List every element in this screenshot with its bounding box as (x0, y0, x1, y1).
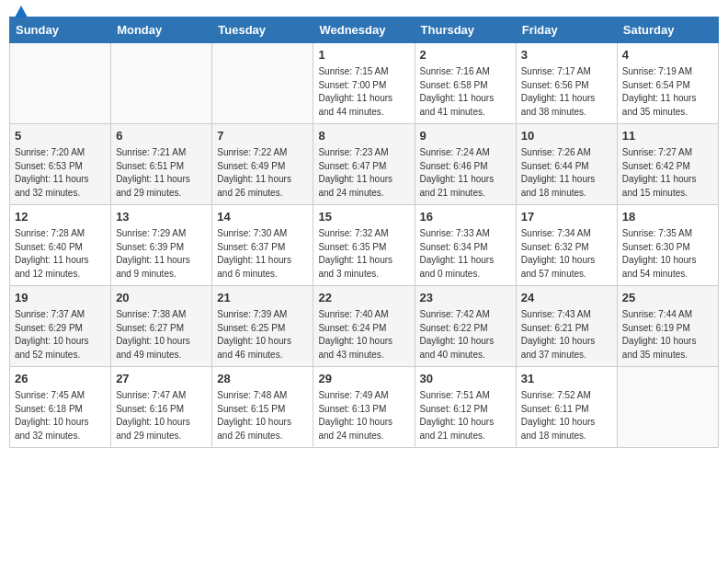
calendar-cell: 29Sunrise: 7:49 AM Sunset: 6:13 PM Dayli… (313, 367, 415, 448)
calendar-cell: 4Sunrise: 7:19 AM Sunset: 6:54 PM Daylig… (617, 43, 718, 124)
day-info: Sunrise: 7:33 AM Sunset: 6:34 PM Dayligh… (420, 227, 511, 281)
day-info: Sunrise: 7:35 AM Sunset: 6:30 PM Dayligh… (622, 227, 713, 281)
col-header-sunday: Sunday (10, 17, 111, 43)
calendar-cell: 19Sunrise: 7:37 AM Sunset: 6:29 PM Dayli… (10, 286, 111, 367)
day-number: 21 (217, 290, 308, 306)
day-number: 9 (420, 128, 511, 144)
calendar-cell: 31Sunrise: 7:52 AM Sunset: 6:11 PM Dayli… (516, 367, 617, 448)
day-number: 14 (217, 209, 308, 225)
day-info: Sunrise: 7:26 AM Sunset: 6:44 PM Dayligh… (521, 146, 612, 200)
day-number: 30 (420, 371, 511, 387)
day-number: 8 (318, 128, 409, 144)
calendar-cell (617, 367, 718, 448)
day-info: Sunrise: 7:45 AM Sunset: 6:18 PM Dayligh… (15, 389, 106, 442)
day-number: 3 (521, 47, 612, 63)
day-number: 2 (420, 47, 511, 63)
day-number: 22 (318, 290, 409, 306)
calendar-cell: 30Sunrise: 7:51 AM Sunset: 6:12 PM Dayli… (415, 367, 516, 448)
day-number: 11 (622, 128, 713, 144)
calendar-cell: 22Sunrise: 7:40 AM Sunset: 6:24 PM Dayli… (313, 286, 415, 367)
calendar-cell: 20Sunrise: 7:38 AM Sunset: 6:27 PM Dayli… (111, 286, 212, 367)
day-number: 29 (318, 371, 409, 387)
calendar-cell: 6Sunrise: 7:21 AM Sunset: 6:51 PM Daylig… (111, 124, 212, 205)
calendar-cell: 7Sunrise: 7:22 AM Sunset: 6:49 PM Daylig… (212, 124, 313, 205)
day-info: Sunrise: 7:24 AM Sunset: 6:46 PM Dayligh… (420, 146, 511, 200)
calendar-cell: 26Sunrise: 7:45 AM Sunset: 6:18 PM Dayli… (10, 367, 111, 448)
day-info: Sunrise: 7:20 AM Sunset: 6:53 PM Dayligh… (15, 146, 106, 200)
day-info: Sunrise: 7:21 AM Sunset: 6:51 PM Dayligh… (116, 146, 207, 200)
calendar-table: SundayMondayTuesdayWednesdayThursdayFrid… (9, 17, 719, 448)
calendar-cell: 18Sunrise: 7:35 AM Sunset: 6:30 PM Dayli… (617, 205, 718, 286)
day-number: 18 (622, 209, 713, 225)
day-number: 19 (15, 290, 106, 306)
day-info: Sunrise: 7:51 AM Sunset: 6:12 PM Dayligh… (420, 389, 511, 442)
day-info: Sunrise: 7:28 AM Sunset: 6:40 PM Dayligh… (15, 227, 106, 281)
calendar-cell: 25Sunrise: 7:44 AM Sunset: 6:19 PM Dayli… (617, 286, 718, 367)
day-info: Sunrise: 7:44 AM Sunset: 6:19 PM Dayligh… (622, 308, 713, 362)
calendar-cell: 17Sunrise: 7:34 AM Sunset: 6:32 PM Dayli… (516, 205, 617, 286)
day-number: 13 (116, 209, 207, 225)
day-info: Sunrise: 7:38 AM Sunset: 6:27 PM Dayligh… (116, 308, 207, 362)
calendar-cell (10, 43, 111, 124)
day-number: 25 (622, 290, 713, 306)
calendar-cell: 28Sunrise: 7:48 AM Sunset: 6:15 PM Dayli… (212, 367, 313, 448)
calendar-cell: 21Sunrise: 7:39 AM Sunset: 6:25 PM Dayli… (212, 286, 313, 367)
day-info: Sunrise: 7:47 AM Sunset: 6:16 PM Dayligh… (116, 389, 207, 442)
day-info: Sunrise: 7:32 AM Sunset: 6:35 PM Dayligh… (318, 227, 409, 281)
calendar-cell: 14Sunrise: 7:30 AM Sunset: 6:37 PM Dayli… (212, 205, 313, 286)
day-number: 23 (420, 290, 511, 306)
day-number: 17 (521, 209, 612, 225)
day-number: 28 (217, 371, 308, 387)
day-info: Sunrise: 7:23 AM Sunset: 6:47 PM Dayligh… (318, 146, 409, 200)
day-info: Sunrise: 7:30 AM Sunset: 6:37 PM Dayligh… (217, 227, 308, 281)
day-info: Sunrise: 7:27 AM Sunset: 6:42 PM Dayligh… (622, 146, 713, 200)
day-info: Sunrise: 7:49 AM Sunset: 6:13 PM Dayligh… (318, 389, 409, 442)
day-info: Sunrise: 7:22 AM Sunset: 6:49 PM Dayligh… (217, 146, 308, 200)
calendar-cell (212, 43, 313, 124)
calendar-cell: 5Sunrise: 7:20 AM Sunset: 6:53 PM Daylig… (10, 124, 111, 205)
calendar-cell: 23Sunrise: 7:42 AM Sunset: 6:22 PM Dayli… (415, 286, 516, 367)
week-row-2: 5Sunrise: 7:20 AM Sunset: 6:53 PM Daylig… (10, 124, 719, 205)
day-info: Sunrise: 7:15 AM Sunset: 7:00 PM Dayligh… (318, 65, 409, 119)
day-info: Sunrise: 7:17 AM Sunset: 6:56 PM Dayligh… (521, 65, 612, 119)
day-number: 10 (521, 128, 612, 144)
day-number: 16 (420, 209, 511, 225)
day-number: 12 (15, 209, 106, 225)
col-header-saturday: Saturday (617, 17, 718, 43)
calendar-cell: 12Sunrise: 7:28 AM Sunset: 6:40 PM Dayli… (10, 205, 111, 286)
calendar-cell: 16Sunrise: 7:33 AM Sunset: 6:34 PM Dayli… (415, 205, 516, 286)
day-info: Sunrise: 7:48 AM Sunset: 6:15 PM Dayligh… (217, 389, 308, 442)
day-info: Sunrise: 7:39 AM Sunset: 6:25 PM Dayligh… (217, 308, 308, 362)
day-info: Sunrise: 7:37 AM Sunset: 6:29 PM Dayligh… (15, 308, 106, 362)
day-info: Sunrise: 7:43 AM Sunset: 6:21 PM Dayligh… (521, 308, 612, 362)
week-row-4: 19Sunrise: 7:37 AM Sunset: 6:29 PM Dayli… (10, 286, 719, 367)
calendar-cell: 10Sunrise: 7:26 AM Sunset: 6:44 PM Dayli… (516, 124, 617, 205)
calendar-cell: 15Sunrise: 7:32 AM Sunset: 6:35 PM Dayli… (313, 205, 415, 286)
col-header-monday: Monday (111, 17, 212, 43)
calendar-cell: 27Sunrise: 7:47 AM Sunset: 6:16 PM Dayli… (111, 367, 212, 448)
header-row: SundayMondayTuesdayWednesdayThursdayFrid… (10, 17, 719, 43)
day-info: Sunrise: 7:42 AM Sunset: 6:22 PM Dayligh… (420, 308, 511, 362)
col-header-wednesday: Wednesday (313, 17, 415, 43)
day-info: Sunrise: 7:16 AM Sunset: 6:58 PM Dayligh… (420, 65, 511, 119)
col-header-thursday: Thursday (415, 17, 516, 43)
day-number: 4 (622, 47, 713, 63)
day-info: Sunrise: 7:29 AM Sunset: 6:39 PM Dayligh… (116, 227, 207, 281)
col-header-friday: Friday (516, 17, 617, 43)
day-number: 1 (318, 47, 409, 63)
calendar-cell: 2Sunrise: 7:16 AM Sunset: 6:58 PM Daylig… (415, 43, 516, 124)
calendar-cell: 8Sunrise: 7:23 AM Sunset: 6:47 PM Daylig… (313, 124, 415, 205)
col-header-tuesday: Tuesday (212, 17, 313, 43)
calendar-cell: 3Sunrise: 7:17 AM Sunset: 6:56 PM Daylig… (516, 43, 617, 124)
day-number: 24 (521, 290, 612, 306)
calendar-cell: 1Sunrise: 7:15 AM Sunset: 7:00 PM Daylig… (313, 43, 415, 124)
calendar-cell: 11Sunrise: 7:27 AM Sunset: 6:42 PM Dayli… (617, 124, 718, 205)
day-number: 26 (15, 371, 106, 387)
day-info: Sunrise: 7:19 AM Sunset: 6:54 PM Dayligh… (622, 65, 713, 119)
day-info: Sunrise: 7:34 AM Sunset: 6:32 PM Dayligh… (521, 227, 612, 281)
day-number: 27 (116, 371, 207, 387)
calendar-cell: 9Sunrise: 7:24 AM Sunset: 6:46 PM Daylig… (415, 124, 516, 205)
week-row-1: 1Sunrise: 7:15 AM Sunset: 7:00 PM Daylig… (10, 43, 719, 124)
week-row-3: 12Sunrise: 7:28 AM Sunset: 6:40 PM Dayli… (10, 205, 719, 286)
calendar-cell: 24Sunrise: 7:43 AM Sunset: 6:21 PM Dayli… (516, 286, 617, 367)
